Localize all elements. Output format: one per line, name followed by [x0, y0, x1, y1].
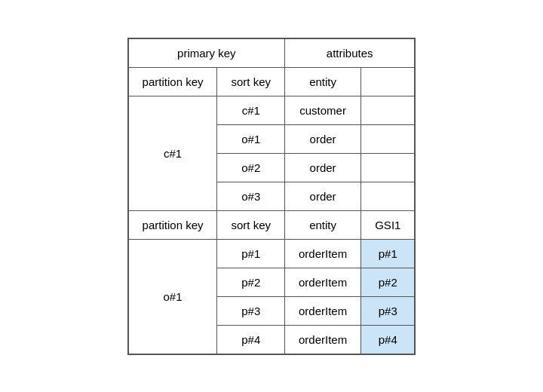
group2-row3-entity: orderItem [285, 296, 361, 325]
group1-row1-gsi [361, 96, 416, 124]
group2-row1-gsi: p#1 [361, 239, 416, 268]
group1-row3-sort-key: o#2 [217, 153, 285, 182]
group1-row4-entity: order [285, 182, 361, 210]
group1-row3-entity: order [285, 153, 361, 182]
attributes-header: attributes [285, 38, 416, 68]
group1-row3-gsi [361, 153, 416, 182]
group2-row3-gsi: p#3 [361, 296, 416, 325]
partition-key-label-1: partition key [128, 67, 217, 96]
group2-row2-sort-key: p#2 [217, 268, 285, 296]
dynamodb-table: primary key attributes partition key sor… [127, 38, 416, 355]
table-row: c#1 c#1 customer [128, 96, 416, 124]
group2-row2-entity: orderItem [285, 268, 361, 296]
entity-label-2: entity [285, 210, 361, 239]
sort-key-label-1: sort key [217, 67, 285, 96]
group2-row4-entity: orderItem [285, 325, 361, 354]
group1-partition-key: c#1 [128, 96, 217, 210]
group2-row3-sort-key: p#3 [217, 296, 285, 325]
empty-cell-1 [361, 67, 416, 96]
group2-row1-entity: orderItem [285, 239, 361, 268]
gsi1-header: GSI1 [361, 210, 416, 239]
table-wrapper: primary key attributes partition key sor… [127, 38, 416, 355]
group2-row4-gsi: p#4 [361, 325, 416, 354]
group2-row2-gsi: p#2 [361, 268, 416, 296]
group2-row1-sort-key: p#1 [217, 239, 285, 268]
group1-row4-gsi [361, 182, 416, 210]
table-row: o#1 p#1 orderItem p#1 [128, 239, 416, 268]
group1-row4-sort-key: o#3 [217, 182, 285, 210]
group1-row2-entity: order [285, 124, 361, 153]
group1-row1-entity: customer [285, 96, 361, 124]
entity-label-1: entity [285, 67, 361, 96]
group1-row2-gsi [361, 124, 416, 153]
group1-row1-sort-key: c#1 [217, 96, 285, 124]
partition-key-label-2: partition key [128, 210, 217, 239]
group2-row4-sort-key: p#4 [217, 325, 285, 354]
subheader-row-1: partition key sort key entity [128, 67, 416, 96]
primary-key-header: primary key [128, 38, 285, 68]
group1-row2-sort-key: o#1 [217, 124, 285, 153]
header-row: primary key attributes [128, 38, 416, 68]
sort-key-label-2: sort key [217, 210, 285, 239]
group2-partition-key: o#1 [128, 239, 217, 354]
subheader-row-2: partition key sort key entity GSI1 [128, 210, 416, 239]
